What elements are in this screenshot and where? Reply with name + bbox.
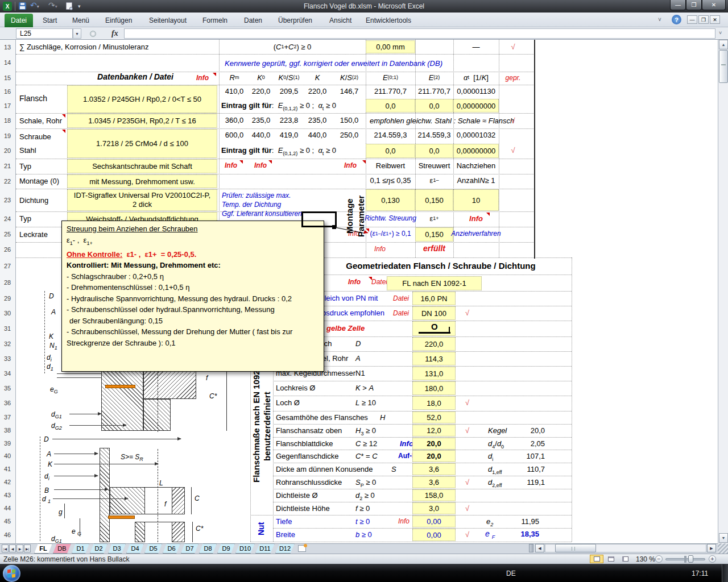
input-cell[interactable]: 0,0 bbox=[366, 99, 415, 113]
row-label[interactable]: Stahl bbox=[19, 146, 36, 155]
input-cell[interactable]: 3,6 bbox=[412, 476, 456, 488]
row-header[interactable]: 30 bbox=[0, 306, 15, 321]
row-header[interactable]: 19 bbox=[0, 128, 15, 143]
row-header[interactable]: 21 bbox=[0, 159, 15, 174]
input-cell[interactable]: 0,00000000 bbox=[453, 144, 499, 158]
window-resize-grip[interactable] bbox=[718, 543, 728, 554]
tab-start[interactable]: Start bbox=[43, 16, 57, 24]
row-label[interactable]: Schale, Rohr bbox=[19, 117, 62, 125]
geo-label[interactable]: Dichtleiste Höhe bbox=[276, 504, 330, 513]
row-header[interactable]: 31 bbox=[0, 321, 15, 336]
value-cell[interactable]: 235,0 bbox=[248, 116, 274, 124]
row-header[interactable]: 29 bbox=[0, 291, 15, 306]
row-header[interactable]: 36 bbox=[0, 396, 15, 411]
clock[interactable]: 17:11 bbox=[692, 569, 708, 577]
row-label[interactable]: Flansch bbox=[19, 94, 47, 103]
show-desktop-button[interactable] bbox=[722, 564, 728, 582]
geo-label[interactable]: Dichtleiste Ø bbox=[276, 491, 318, 500]
zoom-level[interactable]: 130 % bbox=[636, 555, 655, 563]
geo-label[interactable]: Lochkreis Ø bbox=[276, 384, 315, 392]
row-header[interactable]: 18 bbox=[0, 113, 15, 128]
row-label[interactable]: Dichtung bbox=[19, 196, 48, 205]
input-cell[interactable]: mit Messung, Drehmoment usw. bbox=[67, 174, 217, 188]
input-cell[interactable]: 158,0 bbox=[412, 489, 456, 501]
qat-customize-button[interactable]: ▾ bbox=[78, 3, 81, 9]
name-box[interactable]: L25 bbox=[16, 28, 73, 39]
value-cell[interactable]: 211.770,7 bbox=[415, 87, 453, 95]
input-cell[interactable]: 20,0 bbox=[412, 438, 456, 450]
value-cell[interactable]: 150,0 bbox=[334, 116, 364, 124]
geo-label[interactable]: Rohranschlussdicke bbox=[276, 478, 342, 487]
value-cell[interactable]: 209,5 bbox=[275, 87, 303, 95]
row-label[interactable]: Typ bbox=[19, 214, 31, 223]
info-link[interactable]: Info bbox=[453, 214, 499, 223]
row-header[interactable]: 23 bbox=[0, 189, 15, 211]
cell-label[interactable]: ∑ Zuschläge, Korrosion / Minustoleranz bbox=[19, 43, 148, 51]
row-header[interactable]: 15 bbox=[0, 72, 15, 85]
value-cell[interactable]: 250,0 bbox=[334, 131, 364, 139]
tab-ueberpruefen[interactable]: Überprüfen bbox=[278, 16, 312, 24]
value-cell[interactable]: 440,0 bbox=[303, 131, 332, 139]
row-header[interactable]: 34 bbox=[0, 366, 15, 381]
tab-ansicht[interactable]: Ansicht bbox=[329, 16, 351, 24]
row-header[interactable]: 37 bbox=[0, 411, 15, 424]
value-cell[interactable]: 214.559,3 bbox=[366, 131, 415, 139]
vertical-scrollbar[interactable]: ▲ ▼ bbox=[718, 40, 728, 543]
input-cell[interactable]: 10 bbox=[453, 189, 499, 211]
next-sheet-icon[interactable]: ▶ bbox=[16, 544, 23, 552]
insert-function-icon[interactable] bbox=[90, 31, 96, 37]
input-cell[interactable]: 3,0 bbox=[412, 502, 456, 514]
restore-button[interactable]: ❐ bbox=[686, 0, 702, 10]
start-button[interactable] bbox=[3, 565, 20, 582]
zoom-slider-thumb[interactable] bbox=[688, 555, 693, 563]
row-header[interactable]: 32 bbox=[0, 336, 15, 351]
input-cell[interactable]: 3,6 bbox=[412, 463, 456, 475]
scroll-left-icon[interactable]: ◀ bbox=[535, 544, 544, 552]
value-cell[interactable]: 440,0 bbox=[248, 131, 274, 139]
view-pagebreak-button[interactable] bbox=[618, 555, 632, 563]
row-header[interactable]: 22 bbox=[0, 174, 15, 189]
datei-link[interactable]: Datei bbox=[393, 294, 409, 303]
scroll-right-icon[interactable]: ▶ bbox=[707, 544, 716, 552]
row-header[interactable]: 43 bbox=[0, 489, 15, 502]
geo-label[interactable]: Flanschansatz oben bbox=[276, 426, 342, 435]
tab-split-handle[interactable] bbox=[529, 544, 533, 552]
row-header[interactable]: 24 bbox=[0, 211, 15, 227]
input-cell[interactable]: 220,0 bbox=[412, 337, 456, 351]
row-label[interactable]: Leckrate bbox=[19, 230, 48, 239]
input-cell[interactable]: 52,0 bbox=[412, 411, 456, 423]
view-layout-button[interactable] bbox=[604, 555, 618, 563]
tab-formeln[interactable]: Formeln bbox=[202, 16, 228, 24]
input-cell[interactable]: 0,150 bbox=[415, 189, 453, 211]
input-cell[interactable]: 0,130 bbox=[366, 189, 415, 211]
geo-label[interactable]: Loch Ø bbox=[276, 398, 300, 407]
input-cell[interactable]: 114,3 bbox=[412, 352, 456, 365]
input-cell-material[interactable]: 1.0352 / P245GH / Rp0,2 / 0<T ≤ 50 bbox=[67, 85, 217, 113]
row-header[interactable]: 41 bbox=[0, 463, 15, 476]
row-header[interactable]: 16 bbox=[0, 85, 15, 98]
value-cell[interactable]: 410,0 bbox=[221, 87, 247, 95]
cell-dash[interactable]: — bbox=[453, 43, 499, 51]
value-cell[interactable]: 214.559,3 bbox=[415, 131, 453, 139]
formula-input[interactable] bbox=[124, 28, 715, 39]
horizontal-scrollbar-thumb[interactable] bbox=[555, 544, 596, 552]
prev-sheet-icon[interactable]: ◀ bbox=[9, 544, 16, 552]
row-header[interactable]: 38 bbox=[0, 424, 15, 437]
row-label[interactable]: Typ bbox=[19, 162, 31, 171]
redo-button[interactable]: ↷▾ bbox=[48, 1, 57, 10]
row-header[interactable]: 27 bbox=[0, 257, 15, 275]
value-cell[interactable]: 360,0 bbox=[221, 116, 247, 124]
workbook-restore-button[interactable]: ❐ bbox=[698, 15, 709, 24]
help-icon[interactable]: ? bbox=[672, 15, 681, 24]
scroll-up-icon[interactable]: ▲ bbox=[719, 40, 728, 49]
input-cell-material[interactable]: 1.0345 / P235GH, Rp0,2 / T ≤ 16 bbox=[67, 114, 217, 128]
datei-link[interactable]: Datei bbox=[371, 278, 387, 286]
input-cell[interactable]: 16,0 PN bbox=[412, 292, 456, 305]
input-cell[interactable]: 131,0 bbox=[412, 367, 456, 380]
geo-label[interactable]: Gesamthöhe des Flansches bbox=[276, 413, 368, 422]
tab-seitenlayout[interactable]: Seitenlayout bbox=[149, 16, 187, 24]
scrollbar-thumb[interactable] bbox=[719, 50, 728, 83]
input-cell-material[interactable]: 1.7218 / 25 CrMo4 / d ≤ 100 bbox=[67, 129, 217, 158]
insert-sheet-icon[interactable] bbox=[298, 545, 306, 552]
input-cell[interactable]: 18,0 bbox=[412, 396, 456, 410]
